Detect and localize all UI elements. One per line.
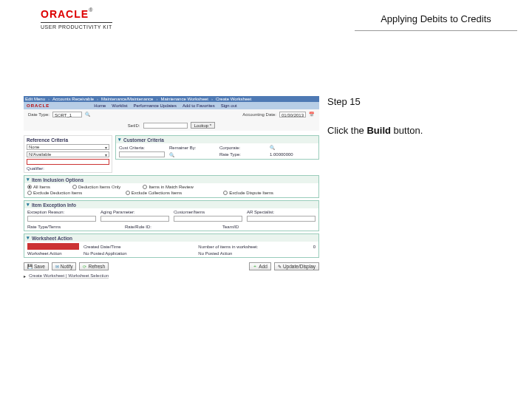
notify-button[interactable]: ✉Notify — [52, 262, 77, 270]
update-display-button[interactable]: ✎Update/Display — [274, 262, 319, 270]
check-exclude-deduction[interactable]: Exclude Deduction Items — [27, 191, 120, 195]
page-title: Applying Debits to Credits — [381, 13, 491, 24]
inclusion-section: ▾Item Inclusion Options All Items Deduct… — [24, 175, 319, 198]
instruction-text: Click the Build button. — [327, 125, 508, 136]
save-button[interactable]: 💾Save — [24, 262, 49, 270]
worksheet-action-section: ▾Worksheet Action Created Date/Time Numb… — [24, 233, 319, 258]
brand-trademark: ® — [89, 7, 92, 13]
radio-deduction-only[interactable]: Deduction Items Only — [72, 185, 120, 189]
inclusion-header: Item Inclusion Options — [32, 177, 83, 183]
breadcrumb-item[interactable]: Maintenance Worksheet — [160, 97, 208, 101]
check-exclude-dispute[interactable]: Exclude Dispute Items — [223, 191, 316, 195]
app-logo: ORACLE — [27, 103, 50, 108]
date-type-label: Date Type: — [28, 112, 50, 117]
items-count-label: Number of items in worksheet: — [198, 245, 308, 249]
created-date-label: Created Date/Time — [83, 245, 194, 249]
chevron-down-icon: ▾ — [105, 152, 107, 157]
lookup-icon[interactable]: 🔍 — [85, 112, 91, 117]
collapse-icon[interactable]: ▾ — [27, 235, 30, 241]
setid-label: SetID: — [128, 123, 140, 128]
cust-criteria-input[interactable] — [119, 151, 165, 157]
rate-type-label: Rate Type: — [219, 152, 265, 157]
lookup-icon[interactable]: 🔍 — [270, 145, 316, 150]
instruction-panel: Step 15 Click the Build button. — [327, 96, 508, 136]
build-button[interactable] — [27, 243, 79, 250]
radio-dot-icon — [143, 185, 147, 189]
form-row-dates: Date Type: SORT_1 🔍 Accounting Date: 01/… — [24, 109, 319, 120]
update-icon: ✎ — [278, 264, 282, 269]
check-exclude-collections[interactable]: Exclude Collections Items — [126, 191, 218, 195]
collapse-icon[interactable]: ▾ — [27, 177, 30, 183]
refresh-icon: ⟳ — [83, 264, 86, 269]
page-path: ▸ Create Worksheet | Worksheet Selection — [24, 273, 319, 279]
date-type-field[interactable]: SORT_1 — [52, 112, 82, 117]
form-row-setid: SetID: Lookup * — [24, 120, 319, 131]
bottom-button-bar: 💾Save ✉Notify ⟳Refresh ＋Add ✎Update/Disp… — [24, 262, 319, 270]
exception-reason-input[interactable] — [27, 216, 96, 222]
remit-label: Remainer By: — [169, 146, 215, 150]
items-count-value: 0 — [313, 245, 316, 249]
instruction-bold: Build — [366, 125, 391, 136]
ar-specialist-input[interactable] — [247, 216, 316, 222]
title-area: Applying Debits to Credits — [355, 7, 517, 31]
accounting-date-label: Accounting Date: — [242, 112, 276, 117]
lookup-icon[interactable]: 🔍 — [169, 152, 215, 157]
breadcrumb-item[interactable]: Create Worksheet — [216, 97, 251, 101]
reference-criteria-panel: Reference Criteria None▾ N/Available▾ Qu… — [24, 135, 112, 173]
qualifier-label: Qualifier: — [27, 166, 109, 171]
availability-select[interactable]: N/Available▾ — [27, 151, 109, 157]
menu-item[interactable]: Performance Updates — [134, 103, 177, 108]
menu-item[interactable]: Home — [94, 103, 106, 108]
breadcrumb-item[interactable]: Accounts Receivable — [52, 97, 94, 101]
worksheet-action-header: Worksheet Action — [32, 236, 72, 241]
radio-all-items[interactable]: All Items — [27, 185, 50, 189]
checkbox-icon — [223, 191, 228, 195]
reference-select[interactable]: None▾ — [27, 144, 109, 150]
radio-match-review[interactable]: Items in Match Review — [143, 185, 193, 189]
checkbox-icon — [126, 191, 130, 195]
breadcrumb-item[interactable]: Edit Menu — [25, 97, 45, 101]
save-icon: 💾 — [27, 264, 33, 269]
match-rule-field[interactable] — [27, 159, 109, 165]
customer-items-input[interactable] — [174, 216, 242, 222]
collapse-icon[interactable]: ▾ — [27, 202, 30, 208]
app-breadcrumb-bar: Edit Menu› Accounts Receivable› Maintena… — [24, 96, 319, 102]
team-label: Team/ID — [222, 225, 316, 229]
instruction-suffix: button. — [391, 125, 423, 136]
brand-logo-text: ORACLE — [41, 8, 89, 20]
notify-icon: ✉ — [55, 264, 59, 269]
embedded-app: Edit Menu› Accounts Receivable› Maintena… — [24, 96, 319, 279]
step-label: Step 15 — [327, 96, 508, 107]
lookup-button[interactable]: Lookup * — [191, 122, 216, 129]
collapse-icon[interactable]: ▾ — [118, 137, 121, 143]
chevron-down-icon: ▾ — [105, 145, 107, 150]
accounting-date-field[interactable]: 01/30/2013 — [279, 112, 306, 117]
exception-header: Item Exception Info — [32, 202, 76, 208]
aging-input[interactable] — [100, 216, 169, 222]
radio-dot-icon — [27, 185, 32, 189]
calendar-icon[interactable]: 📅 — [309, 112, 315, 117]
cust-criteria-label: Cust Criteria: — [119, 146, 165, 150]
instruction-prefix: Click the — [327, 125, 366, 136]
app-menu: Home Worklist Performance Updates Add to… — [94, 103, 236, 108]
exception-section: ▾Item Exception Info Exception Reason: A… — [24, 200, 319, 231]
role-label: Rate/Role ID: — [125, 225, 218, 229]
refresh-button[interactable]: ⟳Refresh — [79, 262, 109, 270]
page-header: ORACLE® USER PRODUCTIVITY KIT Applying D… — [0, 0, 532, 44]
brand-block: ORACLE® USER PRODUCTIVITY KIT — [41, 7, 112, 30]
menu-item[interactable]: Worklist — [112, 103, 127, 108]
breadcrumb-item[interactable]: Maintenance/Maintenance — [101, 97, 153, 101]
setid-field[interactable] — [143, 123, 188, 129]
app-subbar: ORACLE Home Worklist Performance Updates… — [24, 102, 319, 109]
path-text[interactable]: Create Worksheet | Worksheet Selection — [29, 273, 109, 279]
worksheet-action-label: Worksheet Action — [27, 251, 79, 256]
rate-terms-label: Rate Type/Terms — [27, 225, 120, 229]
collapse-icon[interactable]: ▸ — [24, 273, 26, 279]
multiplier-value: 1.00000000 — [270, 152, 316, 157]
radio-dot-icon — [72, 185, 77, 189]
menu-item[interactable]: Sign out — [221, 103, 237, 108]
brand-subtitle: USER PRODUCTIVITY KIT — [41, 22, 112, 30]
add-button[interactable]: ＋Add — [249, 262, 271, 270]
menu-item[interactable]: Add to Favorites — [183, 103, 215, 108]
reference-criteria-header: Reference Criteria — [27, 137, 109, 143]
